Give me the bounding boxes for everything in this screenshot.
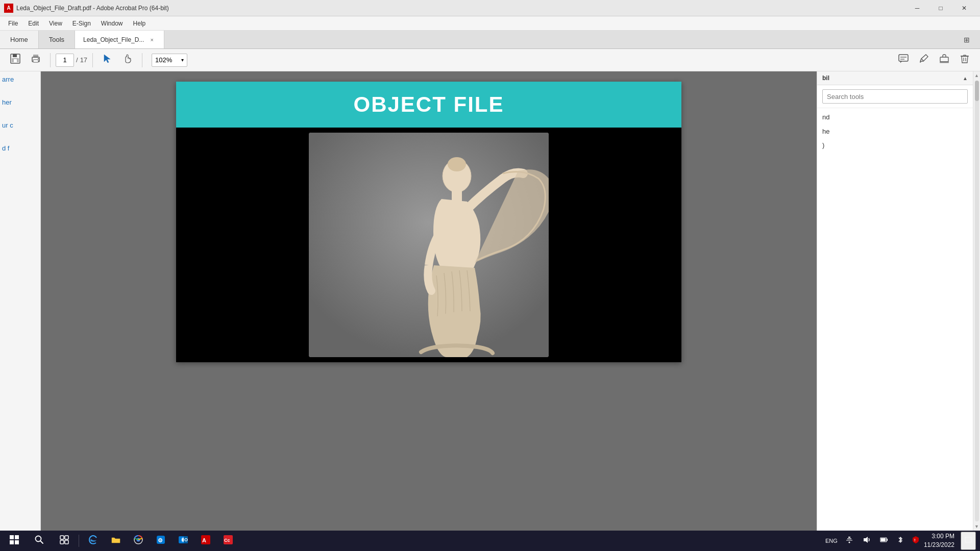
tab-doc-label: Leda_Object_File_D...: [83, 36, 144, 43]
tab-expand-button[interactable]: ⊞: [958, 31, 976, 49]
left-text-4: d f: [2, 144, 38, 152]
svg-point-47: [848, 542, 850, 543]
window-controls: ─ □ ✕: [905, 0, 976, 16]
outlook-icon: O: [178, 535, 188, 547]
scrollbar-down-arrow[interactable]: ▼: [974, 522, 979, 531]
taskbar-search-button[interactable]: [27, 532, 52, 550]
delete-button[interactable]: [955, 51, 974, 69]
chrome-button[interactable]: [128, 532, 149, 550]
menu-esign[interactable]: E-Sign: [68, 19, 95, 28]
start-button[interactable]: [4, 532, 24, 550]
pdf-page: OBJECT FILE: [176, 82, 681, 362]
search-tools-input[interactable]: [822, 89, 968, 104]
notification-button[interactable]: [961, 532, 976, 550]
toolbar-separator-3: [142, 53, 142, 67]
network-icon: [845, 536, 853, 546]
svg-rect-44: [846, 540, 852, 541]
comment-button[interactable]: [894, 51, 913, 69]
scrollbar-track: [975, 81, 979, 521]
svg-rect-46: [848, 537, 850, 538]
svg-rect-1: [13, 54, 17, 57]
print-button[interactable]: [27, 51, 45, 69]
taskbar-date-display: 11/23/2022: [924, 541, 954, 549]
volume-icon: [863, 536, 871, 546]
close-button[interactable]: ✕: [952, 0, 976, 16]
tray-antivirus-button[interactable]: !: [910, 532, 922, 550]
maximize-button[interactable]: □: [929, 0, 952, 16]
toolbar-separator-2: [92, 53, 93, 67]
tray-bluetooth-button[interactable]: [894, 532, 906, 550]
tab-home-label: Home: [10, 36, 28, 43]
app1-button[interactable]: ⚙: [151, 532, 171, 550]
tab-document[interactable]: Leda_Object_File_D... ×: [75, 31, 164, 48]
minimize-button[interactable]: ─: [905, 0, 929, 16]
scrollbar-thumb[interactable]: [975, 81, 979, 101]
tab-close-button[interactable]: ×: [148, 36, 155, 44]
svg-rect-50: [881, 538, 886, 541]
notification-icon: [964, 535, 973, 546]
tab-tools[interactable]: Tools: [39, 31, 75, 48]
search-tools-area: [817, 85, 973, 108]
menu-edit[interactable]: Edit: [24, 19, 43, 28]
tray-language-button[interactable]: ENG: [824, 532, 839, 550]
title-bar: A Leda_Object_File_Draft.pdf - Adobe Acr…: [0, 0, 980, 16]
page-total: 17: [80, 56, 87, 64]
hand-tool-button[interactable]: [118, 51, 137, 69]
svg-rect-27: [60, 536, 64, 539]
svg-point-19: [448, 157, 466, 171]
svg-rect-21: [10, 535, 14, 539]
tab-home[interactable]: Home: [0, 31, 39, 48]
main-content: arre her ur c d f OBJECT FILE: [0, 71, 980, 531]
tray-network-button[interactable]: [842, 532, 856, 550]
svg-rect-22: [15, 535, 19, 539]
svg-rect-29: [60, 540, 64, 544]
hand-icon: [122, 53, 133, 67]
tray-volume-button[interactable]: [860, 532, 874, 550]
app1-icon: ⚙: [156, 535, 166, 547]
svg-line-11: [921, 59, 923, 61]
tray-battery-button[interactable]: [877, 532, 891, 550]
menu-bar: File Edit View E-Sign Window Help: [0, 16, 980, 31]
battery-icon: [880, 536, 888, 546]
svg-rect-13: [940, 62, 949, 63]
svg-text:⚙: ⚙: [158, 537, 163, 543]
pdf-title: OBJECT FILE: [353, 92, 504, 117]
right-text-paren: ): [822, 140, 968, 151]
svg-text:!: !: [914, 538, 916, 542]
right-header-text: bil: [822, 74, 829, 82]
creative-cloud-button[interactable]: Cc: [218, 532, 238, 550]
svg-rect-8: [899, 55, 908, 61]
edge-button[interactable]: [83, 532, 104, 550]
stamp-button[interactable]: [935, 51, 953, 69]
save-icon: [10, 53, 21, 67]
scrollbar-up-arrow[interactable]: ▲: [974, 71, 979, 80]
task-view-button[interactable]: [54, 532, 75, 550]
menu-file[interactable]: File: [4, 19, 22, 28]
menu-help[interactable]: Help: [129, 19, 150, 28]
pdf-image-area: [176, 128, 681, 362]
zoom-dropdown[interactable]: 102% ▾: [152, 54, 187, 67]
taskbar-datetime[interactable]: 3:00 PM 11/23/2022: [924, 532, 959, 549]
acrobat-button[interactable]: A: [195, 532, 216, 550]
right-panel: bil ▲ nd he ) ▲ ▼: [817, 71, 980, 531]
taskbar-search-icon: [34, 535, 44, 547]
system-tray: ENG: [824, 532, 922, 550]
select-tool-button[interactable]: [98, 51, 116, 69]
app-icon-area: A Leda_Object_File_Draft.pdf - Adobe Acr…: [4, 4, 169, 13]
folder-button[interactable]: [106, 532, 126, 550]
right-text-area: nd he ): [817, 108, 973, 159]
left-text-1: arre: [2, 76, 38, 83]
left-text-3: ur c: [2, 121, 38, 129]
print-icon: [30, 53, 41, 67]
right-text-bil: bil: [822, 74, 829, 82]
outlook-button[interactable]: O: [173, 532, 193, 550]
menu-window[interactable]: Window: [97, 19, 127, 28]
menu-view[interactable]: View: [45, 19, 66, 28]
save-button[interactable]: [6, 51, 24, 69]
bluetooth-icon: [897, 536, 904, 546]
annotate-button[interactable]: [915, 51, 933, 69]
scroll-up-arrow[interactable]: ▲: [963, 76, 968, 81]
toolbar: / 17 102% ▾: [0, 49, 980, 71]
shield-icon: !: [912, 536, 919, 546]
page-number-input[interactable]: [56, 54, 74, 67]
